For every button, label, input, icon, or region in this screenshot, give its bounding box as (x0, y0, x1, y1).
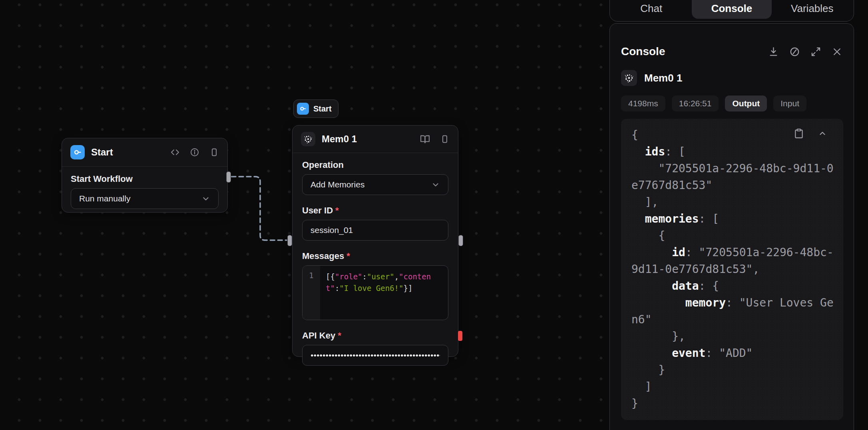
operation-label: Operation (302, 160, 448, 170)
messages-code[interactable]: [{"role":"user","content":"I love Gen6!"… (320, 266, 448, 320)
console-output-line: memories: [ (631, 211, 837, 227)
console-title: Console (621, 45, 768, 58)
collapse-icon[interactable] (818, 129, 827, 138)
start-tag-label: Start (313, 104, 332, 113)
required-marker: * (346, 251, 350, 261)
console-output-line: } (631, 362, 837, 378)
source-handle[interactable] (458, 235, 463, 246)
start-parent-tag[interactable]: Start (293, 100, 338, 118)
line-number-gutter: 1 (303, 266, 320, 320)
console-output-card[interactable]: { ids: [ "7205501a-2296-48bc-9d11-0e7767… (621, 119, 843, 420)
chevron-down-icon (431, 180, 440, 189)
messages-label: Messages* (302, 251, 448, 261)
panel-toggle-icon[interactable] (440, 134, 450, 144)
console-output-line: ] (631, 378, 837, 395)
tab-variables[interactable]: Variables (772, 0, 852, 21)
api-key-input[interactable] (302, 345, 448, 366)
code-icon[interactable] (170, 147, 180, 157)
docs-book-icon[interactable] (420, 134, 430, 144)
duration-badge: 4198ms (621, 96, 665, 111)
start-workflow-label: Start Workflow (71, 174, 219, 184)
mem0-node[interactable]: Mem0 1 Operation Add Memories User ID* s… (292, 125, 458, 357)
copy-icon[interactable] (794, 128, 804, 139)
api-key-label: API Key* (302, 330, 448, 341)
mem0-node-header[interactable]: Mem0 1 (293, 125, 458, 153)
start-icon (297, 103, 309, 115)
console-entry-name: Mem0 1 (644, 72, 682, 84)
panel-toggle-icon[interactable] (209, 147, 219, 157)
tab-console[interactable]: Console (692, 0, 771, 19)
start-node[interactable]: Start Start Workflow Run manually (62, 138, 228, 213)
run-mode-value: Run manually (79, 194, 130, 203)
console-output-line: } (631, 395, 837, 412)
console-output-line: id: "7205501a-2296-48bc-9d11-0e7767d81c5… (631, 244, 837, 278)
start-icon (70, 145, 85, 159)
messages-code-editor[interactable]: 1 [{"role":"user","content":"I love Gen6… (302, 265, 448, 320)
output-toggle[interactable]: Output (725, 96, 767, 111)
run-mode-select[interactable]: Run manually (71, 188, 219, 209)
api-key-masked-value (311, 354, 440, 357)
start-node-header[interactable]: Start (62, 138, 227, 166)
console-output-line: "7205501a-2296-48bc-9d11-0e7767d81c53" (631, 160, 837, 194)
required-marker: * (338, 330, 341, 340)
console-output-line: memory: "User Loves Gen6" (631, 295, 837, 328)
console-output-line: ], (631, 194, 837, 211)
timestamp-badge: 16:26:51 (672, 96, 719, 111)
console-panel: Console (609, 23, 854, 430)
console-output-line: { (631, 227, 837, 244)
console-output-line: event: "ADD" (631, 345, 837, 362)
start-node-title: Start (91, 147, 170, 158)
tab-chat[interactable]: Chat (611, 0, 691, 21)
console-output-json: { ids: [ "7205501a-2296-48bc-9d11-0e7767… (631, 127, 837, 412)
target-handle[interactable] (287, 235, 292, 246)
user-id-label: User ID* (302, 205, 448, 216)
expand-icon[interactable] (810, 46, 821, 57)
input-toggle[interactable]: Input (773, 96, 806, 111)
download-icon[interactable] (768, 46, 779, 57)
chevron-down-icon (201, 194, 210, 203)
mem0-logo-icon (301, 132, 315, 146)
info-icon[interactable] (190, 147, 199, 157)
error-handle[interactable] (458, 331, 462, 341)
user-id-input[interactable]: session_01 (302, 220, 448, 241)
close-icon[interactable] (832, 46, 842, 57)
console-output-line: data: { (631, 278, 837, 295)
console-output-line: }, (631, 328, 837, 345)
operation-value: Add Memories (311, 180, 364, 189)
console-output-line: ids: [ (631, 143, 837, 160)
operation-select[interactable]: Add Memories (302, 174, 448, 195)
mem0-logo-icon (621, 70, 637, 86)
panel-tab-bar: Chat Console Variables (609, 0, 854, 22)
clear-console-icon[interactable] (789, 46, 800, 57)
user-id-value: session_01 (311, 225, 353, 235)
required-marker: * (335, 205, 339, 215)
workflow-canvas[interactable]: { "tabs": { "chat": "Chat", "console": "… (0, 0, 868, 430)
source-handle[interactable] (226, 171, 231, 183)
mem0-node-title: Mem0 1 (322, 133, 420, 145)
console-entry[interactable]: Mem0 1 (621, 70, 842, 86)
